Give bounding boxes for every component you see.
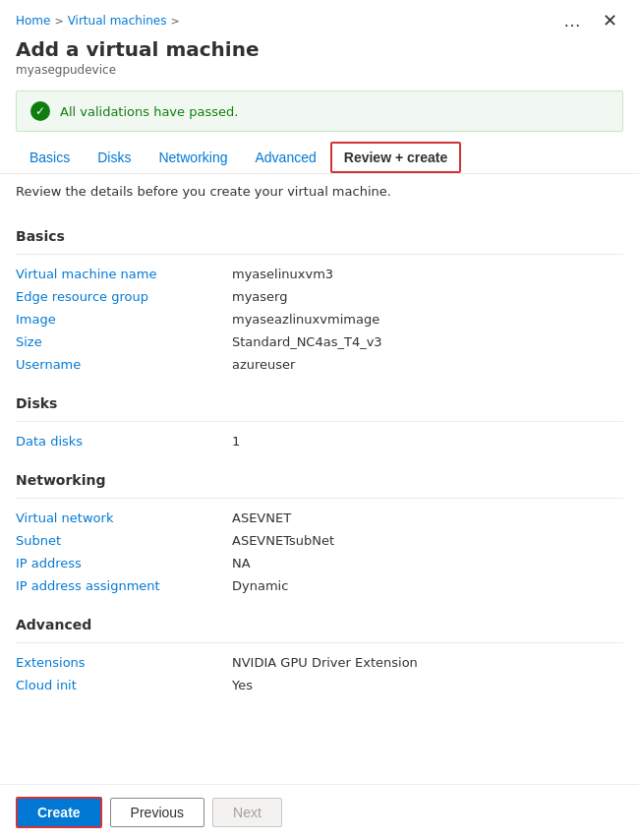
table-row: Virtual network ASEVNET: [16, 507, 623, 529]
advanced-section-title: Advanced: [16, 617, 623, 632]
top-bar: Home > Virtual machines > … ✕: [0, 0, 639, 33]
breadcrumb: Home > Virtual machines >: [16, 14, 180, 28]
networking-section-title: Networking: [16, 472, 623, 488]
validation-banner: ✓ All validations have passed.: [16, 90, 623, 132]
data-disks-value: 1: [232, 434, 240, 449]
networking-section: Networking Virtual network ASEVNET Subne…: [16, 472, 623, 597]
username-value: azureuser: [232, 357, 295, 372]
advanced-section: Advanced Extensions NVIDIA GPU Driver Ex…: [16, 617, 623, 696]
disks-section: Disks Data disks 1: [16, 395, 623, 452]
table-row: IP address assignment Dynamic: [16, 574, 623, 597]
page-title: Add a virtual machine: [16, 37, 260, 61]
table-row: IP address NA: [16, 552, 623, 574]
ip-assignment-label: IP address assignment: [16, 578, 232, 593]
basics-section: Basics Virtual machine name myaselinuxvm…: [16, 228, 623, 376]
next-button: Next: [212, 798, 282, 827]
subnet-label: Subnet: [16, 533, 232, 548]
image-label: Image: [16, 312, 232, 327]
vm-name-label: Virtual machine name: [16, 267, 232, 281]
basics-divider: [16, 254, 623, 255]
table-row: Extensions NVIDIA GPU Driver Extension: [16, 651, 623, 674]
table-row: Image myaseazlinuxvmimage: [16, 308, 623, 330]
tab-networking[interactable]: Networking: [145, 142, 241, 173]
footer: Create Previous Next: [0, 784, 639, 840]
description: Review the details before you create you…: [0, 174, 639, 203]
check-icon: ✓: [30, 101, 50, 121]
extensions-value: NVIDIA GPU Driver Extension: [232, 655, 418, 670]
tab-advanced[interactable]: Advanced: [242, 142, 330, 173]
image-value: myaseazlinuxvmimage: [232, 312, 379, 327]
ip-assignment-value: Dynamic: [232, 578, 288, 593]
breadcrumb-home[interactable]: Home: [16, 14, 50, 28]
table-row: Edge resource group myaserg: [16, 285, 623, 308]
ip-address-label: IP address: [16, 556, 232, 570]
tabs: Basics Disks Networking Advanced Review …: [0, 142, 639, 174]
table-row: Subnet ASEVNETsubNet: [16, 529, 623, 552]
table-row: Cloud init Yes: [16, 674, 623, 696]
subnet-value: ASEVNETsubNet: [232, 533, 334, 548]
cloud-init-label: Cloud init: [16, 678, 232, 692]
main-title: Add a virtual machine: [16, 37, 623, 61]
table-row: Data disks 1: [16, 430, 623, 452]
vm-name-value: myaselinuxvm3: [232, 267, 333, 281]
ellipsis-button[interactable]: …: [559, 9, 585, 33]
top-bar-right: … ✕: [559, 8, 623, 33]
close-button[interactable]: ✕: [597, 8, 623, 33]
breadcrumb-chevron-2: >: [171, 15, 180, 28]
tab-disks[interactable]: Disks: [84, 142, 145, 173]
table-row: Virtual machine name myaselinuxvm3: [16, 263, 623, 285]
previous-button[interactable]: Previous: [110, 798, 204, 827]
size-label: Size: [16, 334, 232, 349]
resource-group-value: myaserg: [232, 289, 287, 304]
disks-divider: [16, 421, 623, 422]
cloud-init-value: Yes: [232, 678, 253, 692]
size-value: Standard_NC4as_T4_v3: [232, 334, 382, 349]
tab-review-create[interactable]: Review + create: [330, 142, 461, 173]
resource-group-label: Edge resource group: [16, 289, 232, 304]
title-area: Add a virtual machine myasegpudevice: [0, 33, 639, 81]
username-label: Username: [16, 357, 232, 372]
table-row: Size Standard_NC4as_T4_v3: [16, 330, 623, 353]
create-button[interactable]: Create: [16, 797, 102, 828]
content: Basics Virtual machine name myaselinuxvm…: [0, 203, 639, 795]
virtual-network-value: ASEVNET: [232, 510, 291, 525]
breadcrumb-virtual-machines[interactable]: Virtual machines: [68, 14, 167, 28]
data-disks-label: Data disks: [16, 434, 232, 449]
basics-section-title: Basics: [16, 228, 623, 244]
advanced-divider: [16, 642, 623, 643]
networking-divider: [16, 498, 623, 499]
subtitle: myasegpudevice: [16, 63, 623, 77]
ip-address-value: NA: [232, 556, 251, 570]
breadcrumb-chevron-1: >: [54, 15, 63, 28]
tab-basics[interactable]: Basics: [16, 142, 84, 173]
extensions-label: Extensions: [16, 655, 232, 670]
table-row: Username azureuser: [16, 353, 623, 376]
virtual-network-label: Virtual network: [16, 510, 232, 525]
validation-message: All validations have passed.: [60, 104, 238, 119]
disks-section-title: Disks: [16, 395, 623, 411]
